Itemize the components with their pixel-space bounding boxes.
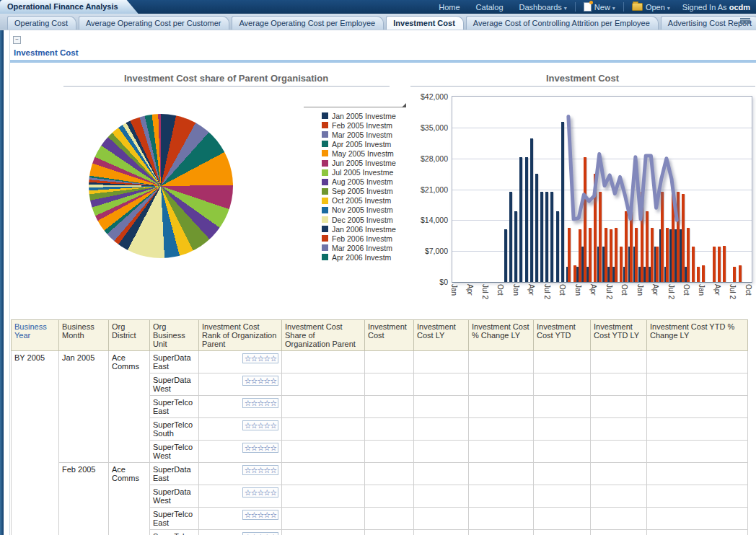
empty-cell — [534, 373, 591, 396]
business-year-cell[interactable]: BY 2005 — [12, 351, 59, 535]
empty-cell — [591, 396, 647, 418]
legend-label: Aug 2005 Investm — [332, 177, 393, 186]
legend-scroll-icon[interactable] — [402, 103, 406, 107]
investment-table: Business YearBusiness MonthOrg DistrictO… — [11, 319, 748, 535]
new-document-icon — [584, 2, 592, 12]
legend-divider — [304, 107, 405, 107]
org-business-unit-cell: SuperData West — [150, 485, 199, 508]
empty-cell — [647, 441, 748, 463]
x-axis-label: Oct — [744, 284, 752, 296]
rank-cell: ☆☆☆☆☆ — [199, 463, 282, 485]
x-axis-label: Jul 2 — [729, 284, 737, 299]
catalog-link[interactable]: Catalog — [468, 3, 511, 12]
legend-item: Jul 2005 Investme — [322, 168, 407, 177]
empty-cell — [534, 396, 591, 418]
empty-cell — [591, 351, 647, 373]
legend-label: Mar 2006 Investm — [332, 244, 392, 252]
tab-investment-cost[interactable]: Investment Cost — [386, 16, 464, 30]
empty-cell — [414, 373, 469, 396]
tab-operating-cost[interactable]: Operating Cost — [7, 16, 76, 30]
legend-item: Apr 2005 Investm — [322, 139, 407, 149]
trend-line[interactable] — [452, 97, 752, 282]
combo-chart-block: Investment Cost $42,000$35,000$28,000$21… — [408, 68, 756, 320]
org-business-unit-cell: SuperTelco East — [150, 508, 199, 530]
legend-swatch — [322, 226, 328, 232]
empty-cell — [469, 530, 534, 535]
org-business-unit-cell: SuperData East — [150, 351, 199, 373]
rank-cell: ☆☆☆☆☆ — [199, 530, 282, 535]
empty-cell — [365, 530, 414, 535]
empty-cell — [534, 530, 591, 535]
x-axis-label: Jul 2 — [605, 284, 613, 299]
collapse-section-icon[interactable]: − — [13, 36, 21, 44]
top-bar: Operational Finance Analysis Home Catalo… — [0, 0, 756, 14]
x-axis-label: Apr — [713, 284, 721, 296]
legend-item: Feb 2006 Investm — [322, 234, 407, 243]
combo-plot-area[interactable] — [452, 96, 752, 283]
x-axis-label: Apr — [589, 284, 597, 296]
tab-average-cost-of-controlling-attrition-per-employee[interactable]: Average Cost of Controlling Attrition pe… — [466, 16, 659, 30]
empty-cell — [282, 485, 365, 508]
rank-cell: ☆☆☆☆☆ — [199, 351, 282, 373]
empty-cell — [591, 373, 647, 396]
legend-label: Apr 2006 Investm — [332, 253, 391, 262]
business-month-cell: Feb 2005 — [59, 463, 109, 535]
empty-cell — [591, 508, 647, 530]
signed-in-label: Signed In As — [682, 3, 727, 12]
legend-swatch — [322, 244, 328, 251]
dashboard-content: − Investment Cost Investment Cost share … — [9, 30, 756, 535]
pie-chart-block: Investment Cost share of Parent Organisa… — [44, 68, 408, 317]
title-underline — [410, 86, 755, 87]
rank-cell: ☆☆☆☆☆ — [199, 508, 282, 530]
chevron-down-icon: ▾ — [612, 5, 615, 12]
dashboard-title[interactable]: Operational Finance Analysis — [0, 0, 139, 14]
empty-cell — [647, 485, 748, 508]
tab-average-operating-cost-per-customer[interactable]: Average Operating Cost per Customer — [79, 16, 230, 30]
star-rating: ☆☆☆☆☆ — [242, 443, 278, 453]
legend-swatch — [322, 207, 328, 213]
x-axis-label: Jan — [698, 284, 706, 296]
org-business-unit-cell: SuperData East — [150, 463, 199, 485]
tab-average-operating-cost-per-employee[interactable]: Average Operating Cost per Employee — [232, 16, 384, 30]
x-axis-label: Jan — [512, 284, 520, 296]
legend-item: Jan 2005 Investme — [322, 111, 407, 120]
legend-swatch — [322, 141, 328, 147]
empty-cell — [365, 373, 414, 396]
column-header-investment-cost-ly: Investment Cost LY — [414, 320, 469, 351]
org-district-cell: Ace Comms — [109, 351, 150, 463]
dashboards-menu[interactable]: Dashboards▾ — [511, 3, 575, 12]
combo-chart-title: Investment Cost — [408, 68, 756, 84]
y-axis-label: $35,000 — [408, 123, 448, 132]
star-rating: ☆☆☆☆☆ — [242, 510, 278, 520]
page-options-icon[interactable] — [740, 18, 750, 26]
org-business-unit-cell: SuperTelco East — [150, 396, 199, 418]
empty-cell — [414, 351, 469, 373]
legend-item: Apr 2006 Investm — [322, 252, 407, 262]
column-header-business-year[interactable]: Business Year — [12, 320, 59, 351]
legend-label: Dec 2005 Investm — [332, 216, 393, 224]
open-menu[interactable]: Open▾ — [624, 3, 678, 12]
new-menu[interactable]: New▾ — [576, 2, 623, 12]
legend-item: Jan 2006 Investme — [322, 224, 407, 234]
empty-cell — [469, 418, 534, 441]
empty-cell — [282, 396, 365, 418]
legend-label: Apr 2005 Investm — [332, 140, 391, 149]
column-header-investment-cost-ytd-change-ly: Investment Cost YTD % Change LY — [647, 320, 748, 351]
legend-label: Mar 2005 Investm — [332, 131, 392, 139]
section-rule — [10, 60, 756, 63]
signed-in-as: Signed In As ocdm — [678, 3, 755, 12]
star-rating: ☆☆☆☆☆ — [242, 532, 278, 535]
org-business-unit-cell: SuperTelco West — [150, 441, 199, 463]
star-rating: ☆☆☆☆☆ — [242, 420, 278, 430]
empty-cell — [647, 418, 748, 441]
column-header-business-month: Business Month — [59, 320, 109, 351]
x-axis-label: Apr — [651, 284, 659, 296]
signed-in-user[interactable]: ocdm — [729, 3, 750, 12]
empty-cell — [647, 351, 748, 373]
pie-chart[interactable] — [89, 114, 233, 258]
column-header-investment-cost-ytd-ly: Investment Cost YTD LY — [591, 320, 647, 351]
legend-item: Feb 2005 Investm — [322, 120, 407, 130]
empty-cell — [469, 463, 534, 485]
legend-swatch — [322, 188, 328, 195]
home-link[interactable]: Home — [431, 3, 467, 12]
